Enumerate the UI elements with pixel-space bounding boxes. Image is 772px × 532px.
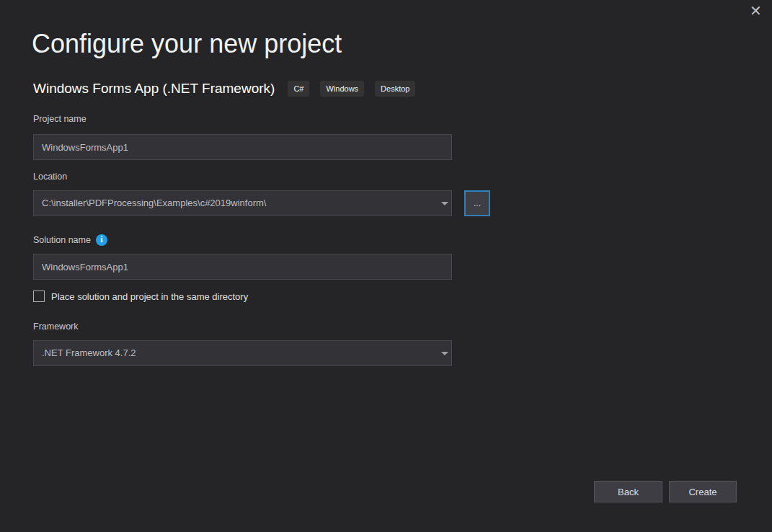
tag-desktop: Desktop	[375, 81, 415, 97]
location-value: C:\installer\PDFProcessing\Examples\c#20…	[34, 191, 451, 216]
browse-button[interactable]: ...	[464, 190, 490, 216]
create-button[interactable]: Create	[669, 481, 737, 502]
tag-csharp: C#	[288, 81, 309, 97]
template-header: Windows Forms App (.NET Framework) C# Wi…	[33, 80, 415, 97]
project-name-input[interactable]	[34, 135, 451, 159]
project-name-label: Project name	[33, 114, 86, 124]
chevron-down-icon[interactable]	[441, 202, 448, 205]
same-directory-label: Place solution and project in the same d…	[51, 291, 248, 302]
framework-combo[interactable]: .NET Framework 4.7.2	[33, 340, 452, 366]
framework-label: Framework	[33, 322, 79, 332]
back-button[interactable]: Back	[594, 481, 662, 502]
project-name-field	[33, 134, 452, 160]
solution-name-label-row: Solution name i	[33, 234, 107, 246]
location-combo[interactable]: C:\installer\PDFProcessing\Examples\c#20…	[33, 190, 452, 216]
tag-windows: Windows	[320, 81, 364, 97]
page-title: Configure your new project	[32, 29, 342, 59]
same-directory-checkbox[interactable]	[33, 291, 45, 302]
framework-value: .NET Framework 4.7.2	[34, 341, 451, 365]
info-icon[interactable]: i	[96, 234, 107, 246]
solution-name-input[interactable]	[34, 254, 451, 279]
template-tags: C# Windows Desktop	[288, 81, 415, 97]
solution-name-label: Solution name	[33, 235, 91, 245]
chevron-down-icon[interactable]	[441, 352, 448, 355]
close-icon[interactable]: ✕	[750, 3, 762, 19]
solution-name-field	[33, 254, 452, 280]
location-label: Location	[33, 172, 67, 182]
template-name: Windows Forms App (.NET Framework)	[33, 81, 275, 97]
same-directory-row: Place solution and project in the same d…	[33, 291, 248, 302]
